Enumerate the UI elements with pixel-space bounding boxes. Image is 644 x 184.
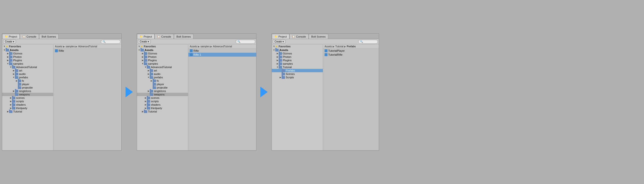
assets-root-1[interactable]: ▼ Assets xyxy=(2,48,53,52)
favorites-section-2[interactable]: ▼ ★ Favorites xyxy=(137,44,188,48)
singletons-item-2[interactable]: ▶ singletons xyxy=(137,89,188,93)
scenes-item-1[interactable]: ▶ scenes xyxy=(2,96,53,100)
scripts-item-2[interactable]: ▶ scripts xyxy=(137,100,188,103)
photon-item-3[interactable]: ▶ Photon xyxy=(272,55,323,59)
tutorial-item-1[interactable]: ▶ Tutorial xyxy=(2,110,53,113)
window-2-left-pane: ▼ ★ Favorites ▼ Assets ▶ Gizmos ▶ xyxy=(137,44,188,150)
tutorialplayer-item-3[interactable]: TutorialPlayer xyxy=(323,49,379,53)
tutorial-item-3[interactable]: ▼ Tutorial xyxy=(272,65,323,69)
fx-arrow-1: ▶ xyxy=(16,80,18,82)
thirdparty-item-1[interactable]: ▶ thirdparty xyxy=(2,106,53,110)
photon-item-2[interactable]: ▶ Photon xyxy=(137,55,188,59)
scenes-item-2[interactable]: ▶ scenes xyxy=(137,96,188,100)
advtutorial-folder-1 xyxy=(12,66,16,69)
scenes-label-3: Scenes xyxy=(286,72,295,75)
plugins-label-2: Plugins xyxy=(148,59,157,62)
scripts-item-3[interactable]: ▶ Scripts xyxy=(272,76,323,79)
advtutorial-arrow-1: ▼ xyxy=(10,66,12,68)
audio-item-1[interactable]: ▶ audio xyxy=(2,72,53,76)
thirdparty-label-1: thirdparty xyxy=(16,107,27,110)
thirdparty-item-2[interactable]: ▶ thirdparty xyxy=(137,106,188,110)
tab-boltscenes-1[interactable]: Bolt Scenes xyxy=(39,34,59,39)
fx-item-2[interactable]: ▶ fx xyxy=(137,79,188,82)
assets-root-2[interactable]: ▼ Assets xyxy=(137,48,188,52)
scripts-label-3: Scripts xyxy=(286,76,294,79)
breadcrumb-advtutorial-2: AdvancedTutorial xyxy=(213,45,232,48)
audio-label-2: audio xyxy=(154,72,160,75)
singletons-item-1[interactable]: ▶ singletons xyxy=(2,89,53,93)
advtutorial-folder-2 xyxy=(147,66,150,69)
prefabs-item-3[interactable]: ▶ Prefabs xyxy=(272,69,323,72)
tab-project-2[interactable]: 📁 Project xyxy=(137,34,154,39)
breadcrumb-prefabs-3: Prefabs xyxy=(347,45,356,48)
favorites-section-3[interactable]: ▼ ★ Favorites xyxy=(272,44,323,48)
project-window-3: 📁 Project 📋 Console Bolt Scenes Create ▾… xyxy=(272,33,379,151)
rifle1-item-2[interactable]: Rifle 1 xyxy=(188,53,256,57)
samples-arrow-2: ▼ xyxy=(142,62,144,65)
favorites-section-1[interactable]: ▼ ★ Favorites xyxy=(2,44,53,48)
samples-item-3[interactable]: ▶ samples xyxy=(272,62,323,65)
photon-item-1[interactable]: ▶ Photon xyxy=(2,55,53,59)
assets-root-3[interactable]: ▼ Assets xyxy=(272,48,323,52)
rifle-item-2[interactable]: Rifle xyxy=(188,49,256,53)
prefabs-item-2[interactable]: ▼ prefabs xyxy=(137,76,188,79)
assets-label-1: Assets xyxy=(10,49,18,51)
scenes-label-2: scenes xyxy=(151,96,160,99)
weapons-item-2[interactable]: ▶ weapons xyxy=(137,93,188,96)
advtutorial-item-1[interactable]: ▼ AdvancedTutorial xyxy=(2,65,53,69)
search-input-2[interactable] xyxy=(236,40,255,44)
samples-item-1[interactable]: ▼ samples xyxy=(2,62,53,65)
create-button-3[interactable]: Create ▾ xyxy=(273,40,286,43)
art-item-2[interactable]: ▶ art xyxy=(137,69,188,72)
shaders-item-2[interactable]: ▶ shaders xyxy=(137,103,188,106)
tab-project-3[interactable]: 📁 Project xyxy=(272,34,290,39)
audio-arrow-2: ▶ xyxy=(147,73,150,75)
plugins-item-3[interactable]: ▶ Plugins xyxy=(272,59,323,62)
photon-label-3: Photon xyxy=(283,55,291,58)
scripts-item-1[interactable]: ▶ scripts xyxy=(2,100,53,103)
gizmos-item-1[interactable]: ▶ Gizmos xyxy=(2,52,53,55)
tab-project-label-1: Project xyxy=(9,35,17,38)
prefabs-folder-1 xyxy=(15,76,18,79)
advtutorial-item-2[interactable]: ▼ AdvancedTutorial xyxy=(137,65,188,69)
art-item-1[interactable]: ▶ art xyxy=(2,69,53,72)
tab-boltscenes-3[interactable]: Bolt Scenes xyxy=(309,34,328,39)
tab-project-1[interactable]: 📁 Project xyxy=(2,34,20,39)
rifle1-prefab-icon-2 xyxy=(190,53,193,56)
tutorial-item-2[interactable]: ▶ Tutorial xyxy=(137,110,188,113)
favorites-label-3: Favorites xyxy=(279,45,290,48)
prefabs-label-3: Prefabs xyxy=(286,69,295,72)
gizmos-item-3[interactable]: ▶ Gizmos xyxy=(272,52,323,55)
tab-console-3[interactable]: 📋 Console xyxy=(290,34,308,39)
create-button-2[interactable]: Create ▾ xyxy=(138,40,151,43)
projectile-item-1[interactable]: ▶ projectile xyxy=(2,86,53,89)
scenes-item-3[interactable]: ▶ Scenes xyxy=(272,72,323,76)
tab-console-1[interactable]: 📋 Console xyxy=(20,34,39,39)
samples-arrow-3: ▶ xyxy=(276,62,279,65)
plugins-item-1[interactable]: ▶ Plugins xyxy=(2,59,53,62)
fx-item-1[interactable]: ▶ fx xyxy=(2,79,53,82)
gizmos-item-2[interactable]: ▶ Gizmos xyxy=(137,52,188,55)
rifle-item-1[interactable]: Rifle xyxy=(54,49,122,53)
projectile-folder-2 xyxy=(153,86,156,89)
favorites-label-1: Favorites xyxy=(9,45,21,48)
prefabs-item-1[interactable]: ▼ prefabs xyxy=(2,76,53,79)
tutorialrifle-item-3[interactable]: TutorialRifle xyxy=(323,53,379,57)
console-tab-icon-1: 📋 xyxy=(22,35,26,38)
create-button-1[interactable]: Create ▾ xyxy=(3,40,16,43)
tab-boltscenes-2[interactable]: Bolt Scenes xyxy=(174,34,194,39)
shaders-item-1[interactable]: ▶ shaders xyxy=(2,103,53,106)
player-item-1[interactable]: ▶ player xyxy=(2,82,53,86)
player-item-2[interactable]: ▶ player xyxy=(137,82,188,86)
search-input-1[interactable] xyxy=(101,40,120,44)
plugins-item-2[interactable]: ▶ Plugins xyxy=(137,59,188,62)
samples-item-2[interactable]: ▼ samples xyxy=(137,62,188,65)
weapons-item-1[interactable]: ▶ weapons xyxy=(2,93,53,96)
search-input-3[interactable] xyxy=(358,40,378,44)
photon-folder-3 xyxy=(279,56,282,58)
tab-console-2[interactable]: 📋 Console xyxy=(154,34,174,39)
projectile-item-2[interactable]: ▶ projectile xyxy=(137,86,188,89)
prefabs-folder-2 xyxy=(150,76,153,79)
assets-arrow-3: ▼ xyxy=(273,49,275,51)
audio-item-2[interactable]: ▶ audio xyxy=(137,72,188,76)
